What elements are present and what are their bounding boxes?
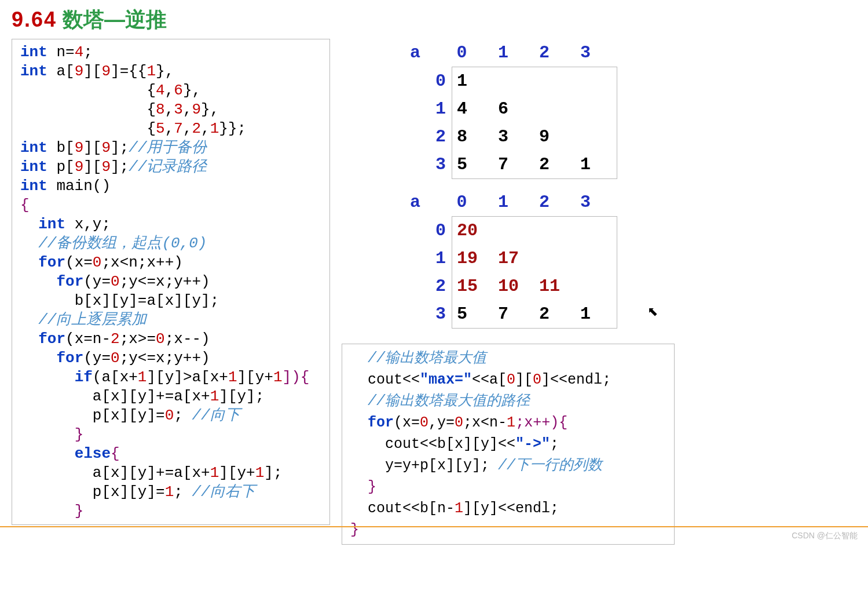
divider xyxy=(0,526,868,527)
title-text: 数塔—逆推 xyxy=(63,8,167,31)
code-block-right: //输出数塔最大值 cout<<"max="<<a[0][0]<<endl; /… xyxy=(342,344,675,545)
code-block-left: int n=4; int a[9][9]={{1}, {4,6}, {8,3,9… xyxy=(12,39,330,525)
mouse-cursor-icon: ⬉ xyxy=(647,304,658,319)
watermark: CSDN @仁公智能 xyxy=(792,531,858,541)
table-label: a xyxy=(405,188,452,217)
table-label: a xyxy=(405,39,452,67)
page-title: 9.64 数塔—逆推 xyxy=(12,6,856,34)
array-table-initial: a 0 1 2 3 0 1 1 4 6 2 8 xyxy=(405,39,675,179)
array-table-result: a 0 1 2 3 0 20 1 19 17 2 xyxy=(405,188,675,329)
content-layout: int n=4; int a[9][9]={{1}, {4,6}, {8,3,9… xyxy=(12,39,856,545)
title-number: 9.64 xyxy=(12,8,57,31)
right-column: a 0 1 2 3 0 1 1 4 6 2 8 xyxy=(342,39,675,545)
